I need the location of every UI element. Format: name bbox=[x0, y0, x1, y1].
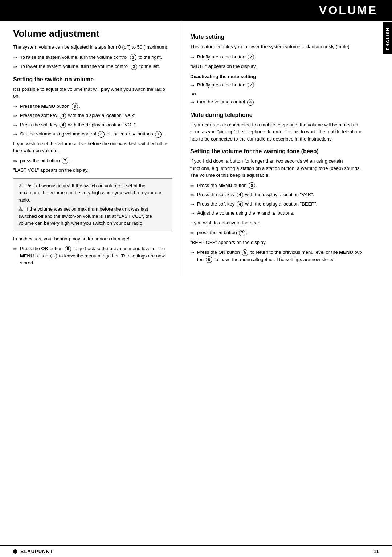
press-back-list: ⇒ press the ◄ button 7. bbox=[13, 157, 172, 165]
circled-2b: 2 bbox=[248, 82, 254, 88]
mute-display-text: "MUTE" appears on the display. bbox=[190, 63, 363, 70]
intro-text: The system volume can be adjusted in ste… bbox=[13, 44, 172, 51]
list-item: ⇒ Press the OK button 5 to return to the… bbox=[190, 249, 363, 263]
english-tab: ENGLISH bbox=[383, 22, 392, 54]
main-content: Volume adjustment The system volume can … bbox=[0, 21, 392, 276]
deactivating-title: Deactivating the mute setting bbox=[190, 74, 363, 79]
arrow-icon: ⇒ bbox=[13, 103, 17, 110]
arrow-icon: ⇒ bbox=[190, 191, 194, 199]
warning-tone-bullets: ⇒ Press the MENU button 8. ⇒ Press the s… bbox=[190, 182, 363, 217]
mute-title: Mute setting bbox=[190, 34, 363, 40]
circled-3c: 3 bbox=[98, 131, 105, 138]
circled-5b: 5 bbox=[242, 249, 248, 256]
bottom-bullets-right: ⇒ Press the OK button 5 to return to the… bbox=[190, 249, 363, 263]
list-item: ⇒ Press the soft key 4 with the display … bbox=[13, 112, 172, 119]
list-item: ⇒ To raise the system volume, turn the v… bbox=[13, 54, 172, 61]
arrow-icon: ⇒ bbox=[13, 112, 17, 119]
list-item: ⇒ Briefly press the button 2. bbox=[190, 53, 363, 61]
bottom-bullets-left: ⇒ Press the OK button 5 to go back to th… bbox=[13, 245, 172, 267]
left-column: Volume adjustment The system volume can … bbox=[0, 21, 181, 276]
arrow-icon: ⇒ bbox=[190, 229, 194, 237]
warning-2-text: ⚠ If the volume was set on maximum befor… bbox=[19, 206, 167, 227]
warning-1-text: ⚠ Risk of serious injury! If the switch-… bbox=[19, 182, 167, 204]
list-item: ⇒ press the ◄ button 7. bbox=[190, 229, 363, 237]
circled-8c: 8 bbox=[249, 182, 255, 189]
beep-off-text: "BEEP OFF" appears on the display. bbox=[190, 239, 363, 246]
list-item: ⇒ Press the MENU button 8. bbox=[13, 103, 172, 110]
arrow-icon: ⇒ bbox=[13, 245, 17, 253]
footer-logo-text: BLAUPUNKT bbox=[20, 549, 53, 554]
list-item: ⇒ Press the OK button 5 to go back to th… bbox=[13, 245, 172, 267]
hearing-damage-text: In both cases, your hearing may suffer s… bbox=[13, 235, 172, 243]
circled-4c: 4 bbox=[237, 192, 243, 198]
switch-on-mid: If you wish to set the volume active bef… bbox=[13, 140, 172, 154]
page-wrapper: VOLUME ENGLISH Volume adjustment The sys… bbox=[0, 0, 392, 557]
mute-intro: This feature enables you to lower the sy… bbox=[190, 43, 363, 50]
circled-7a: 7 bbox=[155, 131, 162, 138]
circled-5a: 5 bbox=[65, 246, 71, 252]
arrow-icon: ⇒ bbox=[13, 131, 17, 138]
list-item: ⇒ To lower the system volume, turn the v… bbox=[13, 63, 172, 70]
arrow-icon: ⇒ bbox=[13, 158, 17, 165]
warning-icon-1: ⚠ bbox=[19, 182, 23, 190]
warning-icon-2: ⚠ bbox=[19, 206, 23, 213]
list-item: ⇒ Briefly press the button 2 bbox=[190, 81, 363, 89]
mute-tel-text: If your car radio is connected to a mobi… bbox=[190, 121, 363, 143]
circled-8d: 8 bbox=[206, 256, 212, 263]
list-item: ⇒ turn the volume control 3. bbox=[190, 98, 363, 106]
header-title: VOLUME bbox=[319, 4, 377, 17]
or-label: or bbox=[192, 91, 196, 96]
mute-bullets: ⇒ Briefly press the button 2. bbox=[190, 53, 363, 61]
circled-4b: 4 bbox=[60, 122, 66, 128]
page-title: Volume adjustment bbox=[13, 28, 172, 39]
header-bar: VOLUME bbox=[0, 0, 392, 21]
circled-4a: 4 bbox=[60, 113, 66, 119]
footer: BLAUPUNKT 11 bbox=[0, 545, 392, 557]
arrow-icon: ⇒ bbox=[190, 249, 194, 256]
footer-logo: BLAUPUNKT bbox=[13, 549, 53, 554]
circled-3: 3 bbox=[130, 54, 136, 61]
arrow-icon: ⇒ bbox=[190, 82, 194, 89]
circled-3b: 3 bbox=[131, 64, 137, 70]
or-bullet-list: ⇒ turn the volume control 3. bbox=[190, 98, 363, 106]
warning-box-1: ⚠ Risk of serious injury! If the switch-… bbox=[13, 178, 172, 231]
list-item: ⇒ press the ◄ button 7. bbox=[13, 157, 172, 165]
mute-tel-title: Mute during telephone bbox=[190, 112, 363, 118]
arrow-icon: ⇒ bbox=[13, 122, 17, 129]
list-item: ⇒ Press the soft key 4 with the display … bbox=[190, 200, 363, 208]
arrow-icon: ⇒ bbox=[190, 182, 194, 190]
list-item: ⇒ Press the soft key 4 with the display … bbox=[190, 191, 363, 199]
last-vol-text: "LAST VOL" appears on the display. bbox=[13, 167, 172, 174]
list-item: ⇒ Press the soft key 4 with the display … bbox=[13, 121, 172, 129]
warning-tone-text: If you hold down a button for longer tha… bbox=[190, 158, 363, 179]
switch-on-bullets: ⇒ Press the MENU button 8. ⇒ Press the s… bbox=[13, 103, 172, 138]
list-item: ⇒ Press the MENU button 8. bbox=[190, 182, 363, 190]
arrow-icon: ⇒ bbox=[190, 54, 194, 61]
circled-3d: 3 bbox=[247, 99, 254, 106]
press-back-beep-list: ⇒ press the ◄ button 7. bbox=[190, 229, 363, 237]
warning-tone-title: Setting the volume for the warning tone … bbox=[190, 148, 363, 155]
intro-bullets: ⇒ To raise the system volume, turn the v… bbox=[13, 54, 172, 70]
arrow-icon: ⇒ bbox=[13, 63, 17, 70]
circled-4d: 4 bbox=[237, 201, 243, 207]
arrow-icon: ⇒ bbox=[13, 54, 17, 61]
footer-dot bbox=[13, 549, 17, 554]
switch-on-intro: It is possible to adjust the volume that… bbox=[13, 86, 172, 100]
deactivate-bullets: ⇒ Briefly press the button 2 bbox=[190, 81, 363, 89]
deactivate-beep-intro: If you wish to deactivate the beep, bbox=[190, 219, 363, 227]
right-column: Mute setting This feature enables you to… bbox=[181, 21, 377, 276]
circled-7c: 7 bbox=[239, 230, 245, 236]
arrow-icon: ⇒ bbox=[190, 210, 194, 217]
circled-2a: 2 bbox=[248, 54, 254, 60]
list-item: ⇒ Set the volume using volume control 3 … bbox=[13, 130, 172, 138]
arrow-icon: ⇒ bbox=[190, 201, 194, 208]
footer-page-number: 11 bbox=[374, 549, 379, 554]
circled-8: 8 bbox=[72, 103, 78, 110]
arrow-icon: ⇒ bbox=[190, 99, 194, 106]
circled-7b: 7 bbox=[62, 158, 68, 164]
list-item: ⇒ Adjust the volume using the ▼ and ▲ bu… bbox=[190, 210, 363, 217]
circled-8b: 8 bbox=[50, 253, 57, 259]
switch-on-title: Setting the switch-on volume bbox=[13, 76, 172, 83]
